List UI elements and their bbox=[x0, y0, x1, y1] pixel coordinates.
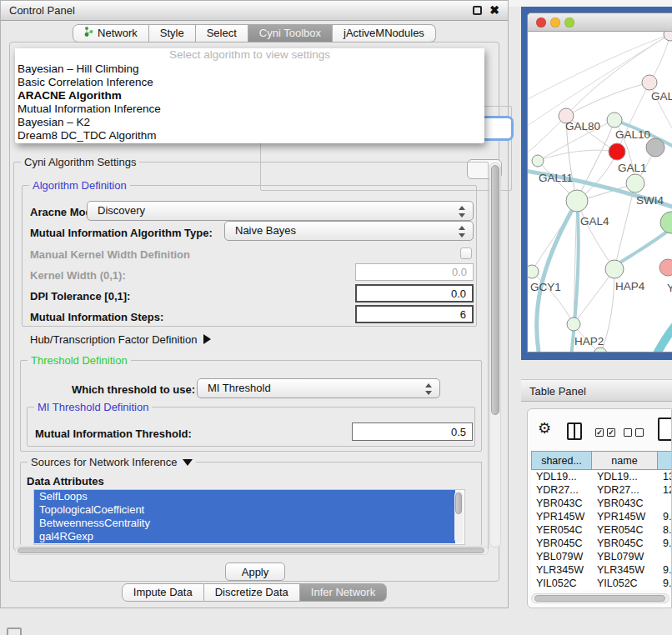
network-node[interactable] bbox=[594, 348, 607, 352]
tab-infer-network[interactable]: Infer Network bbox=[300, 583, 387, 602]
tab-style[interactable]: Style bbox=[149, 24, 196, 42]
network-node[interactable] bbox=[659, 259, 672, 276]
attributes-vscrollbar-track[interactable] bbox=[454, 491, 464, 543]
network-node[interactable] bbox=[642, 75, 657, 90]
table-row[interactable]: YPR145WYPR145W9. bbox=[531, 510, 672, 523]
tab-discretize-data[interactable]: Discretize Data bbox=[204, 583, 300, 602]
algorithm-menu-item[interactable]: Bayesian – Hill Climbing bbox=[15, 62, 484, 76]
table-row[interactable]: YER054CYER054C8. bbox=[531, 523, 672, 537]
network-edge[interactable] bbox=[617, 82, 649, 152]
sources-group-label[interactable]: Sources for Network Inference bbox=[28, 456, 196, 468]
network-node[interactable] bbox=[567, 318, 580, 331]
data-attribute-item[interactable]: BetweennessCentrality bbox=[34, 517, 455, 530]
select-all-checkbox-icon[interactable] bbox=[607, 428, 615, 437]
mi-threshold-input[interactable]: 0.5 bbox=[352, 422, 473, 441]
network-edge[interactable] bbox=[538, 150, 617, 161]
data-attribute-item[interactable]: gal4RGexp bbox=[34, 530, 455, 543]
mi-algorithm-type-select[interactable]: Naive Bayes bbox=[224, 221, 474, 241]
gear-icon[interactable] bbox=[538, 419, 551, 438]
column-browser-icon[interactable] bbox=[567, 422, 582, 440]
network-edge[interactable] bbox=[528, 116, 566, 158]
table-row[interactable]: YDR27...YDR27...12 bbox=[531, 483, 672, 497]
algorithm-menu-item[interactable]: ARACNE Algorithm bbox=[15, 89, 484, 102]
network-node-label: GAL80 bbox=[565, 120, 600, 132]
deselect-all-checkbox-icon[interactable] bbox=[635, 428, 644, 437]
table-row[interactable]: YLR345WYLR345W9. bbox=[531, 563, 672, 577]
network-node[interactable] bbox=[566, 190, 588, 212]
network-node[interactable] bbox=[646, 138, 664, 157]
tab-cyni-toolbox[interactable]: Cyni Toolbox bbox=[248, 24, 333, 42]
settings-vscrollbar-track[interactable] bbox=[489, 162, 501, 548]
table-column-header[interactable]: A bbox=[658, 451, 672, 470]
network-edge[interactable] bbox=[574, 269, 614, 324]
network-node[interactable] bbox=[660, 212, 672, 233]
deselect-all-checkbox-icon[interactable] bbox=[624, 428, 632, 437]
which-threshold-select[interactable]: MI Threshold bbox=[197, 378, 440, 398]
network-node[interactable] bbox=[528, 265, 539, 278]
attributes-vscrollbar-thumb[interactable] bbox=[455, 492, 462, 514]
network-node[interactable] bbox=[605, 260, 624, 278]
table-cell: 13 bbox=[658, 470, 672, 483]
table-column-header[interactable]: name bbox=[592, 451, 658, 470]
network-node[interactable] bbox=[626, 174, 644, 192]
settings-vscrollbar-thumb[interactable] bbox=[491, 165, 499, 415]
tab-label: Style bbox=[160, 25, 184, 42]
table-row[interactable]: YBR045CYBR045C9. bbox=[531, 537, 672, 550]
expand-right-icon[interactable] bbox=[203, 334, 211, 344]
select-all-checkbox-icon[interactable] bbox=[595, 428, 604, 437]
network-edge[interactable] bbox=[566, 82, 649, 116]
table-hscrollbar-thumb[interactable] bbox=[534, 595, 665, 602]
mi-steps-input[interactable]: 6 bbox=[355, 305, 474, 323]
network-edge[interactable] bbox=[654, 320, 672, 352]
apply-button[interactable]: Apply bbox=[225, 562, 285, 581]
data-attributes-list[interactable]: SelfLoopsTopologicalCoefficientBetweenne… bbox=[33, 489, 465, 545]
hub-section-toggle[interactable]: Hub/Transcription Factor Definition bbox=[30, 333, 211, 346]
network-edge[interactable] bbox=[616, 226, 672, 265]
network-node[interactable] bbox=[664, 32, 672, 41]
aracne-mode-select[interactable]: Discovery bbox=[87, 201, 474, 221]
algorithm-menu-item[interactable]: Mutual Information Inference bbox=[15, 102, 484, 116]
table-hscrollbar-track[interactable] bbox=[531, 593, 669, 603]
data-attribute-item[interactable]: TopologicalCoefficient bbox=[34, 503, 455, 517]
tab-impute-data[interactable]: Impute Data bbox=[122, 583, 204, 602]
tab-jactivemnodules[interactable]: jActiveMNodules bbox=[333, 24, 436, 42]
dpi-tolerance-input[interactable]: 0.0 bbox=[355, 284, 474, 302]
table-row[interactable]: YBL079WYBL079W bbox=[531, 550, 672, 563]
network-node-label: SWI4 bbox=[636, 194, 664, 207]
table-row[interactable]: YBR043CYBR043C bbox=[531, 497, 672, 510]
collapse-down-icon[interactable] bbox=[183, 459, 193, 466]
network-node[interactable] bbox=[607, 112, 622, 128]
mac-close-button[interactable] bbox=[536, 18, 546, 28]
network-window-titlebar[interactable] bbox=[528, 13, 672, 32]
algorithm-dropdown-placeholder: Select algorithm to view settings bbox=[15, 48, 484, 62]
tab-select[interactable]: Select bbox=[196, 24, 248, 42]
algorithm-menu-item[interactable]: Basic Correlation Inference bbox=[15, 76, 484, 89]
table-cell: 9. bbox=[658, 537, 672, 550]
manual-kernel-width-checkbox[interactable] bbox=[460, 248, 472, 259]
network-node[interactable] bbox=[609, 143, 625, 160]
table-panel-inner: shared...nameA YDL19...YDL19...13YDR27..… bbox=[527, 408, 672, 608]
algorithm-menu-item[interactable]: Bayesian – K2 bbox=[15, 116, 484, 129]
document-icon[interactable] bbox=[658, 418, 672, 441]
network-canvas[interactable]: GALGAL80GAL10GAL1GAL11SWI4GAL4GCY1HAP4YH… bbox=[528, 32, 672, 352]
mac-minimize-button[interactable] bbox=[550, 18, 560, 28]
panel-grip[interactable] bbox=[7, 628, 22, 635]
table-row[interactable]: YDL19...YDL19...13 bbox=[531, 470, 672, 483]
mi-steps-value: 6 bbox=[460, 308, 466, 321]
table-column-header[interactable]: shared... bbox=[531, 451, 592, 470]
mac-zoom-button[interactable] bbox=[564, 18, 574, 28]
float-window-icon[interactable] bbox=[473, 6, 482, 15]
close-icon[interactable] bbox=[489, 3, 499, 17]
network-node[interactable] bbox=[532, 155, 544, 167]
data-attribute-item[interactable]: SelfLoops bbox=[34, 490, 455, 503]
table-row[interactable]: YIL052CYIL052C9. bbox=[531, 577, 672, 590]
which-threshold-value: MI Threshold bbox=[208, 382, 271, 394]
network-edge[interactable] bbox=[577, 201, 614, 269]
settings-hscrollbar-track[interactable] bbox=[15, 546, 489, 555]
tab-network[interactable]: Network bbox=[73, 24, 149, 42]
network-edge[interactable] bbox=[566, 34, 670, 116]
algorithm-menu-item[interactable]: Dream8 DC_TDC Algorithm bbox=[15, 129, 484, 142]
network-edge[interactable] bbox=[528, 34, 670, 102]
network-graph[interactable]: GALGAL80GAL10GAL1GAL11SWI4GAL4GCY1HAP4YH… bbox=[528, 32, 672, 352]
settings-hscrollbar-thumb[interactable] bbox=[18, 548, 484, 553]
